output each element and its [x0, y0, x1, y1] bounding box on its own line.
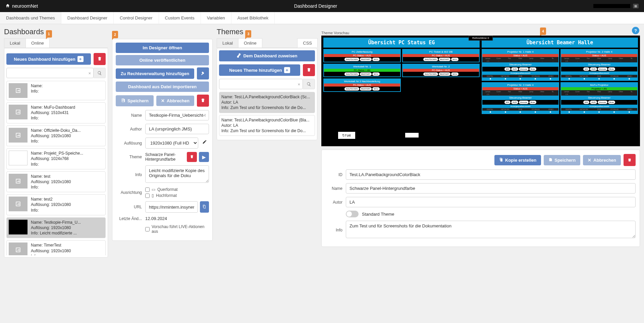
key-button[interactable]: [197, 67, 209, 79]
main-tabs: Dashboards und Themes Dashboard Designer…: [0, 12, 644, 24]
delete-theme-list-button[interactable]: [303, 64, 315, 76]
url-label: URL: [116, 205, 142, 209]
brand-text: neuroomNet: [12, 3, 38, 9]
edit-resolution-button[interactable]: [200, 138, 209, 149]
url-field[interactable]: [145, 201, 198, 213]
cancel-button[interactable]: ✕ Abbrechen: [156, 96, 194, 106]
theme-list[interactable]: Name: Test.LA.PanelbackgroundColorBlack …: [219, 92, 315, 138]
add-to-rights-button[interactable]: Zu Rechteverwaltung hinzufügen: [116, 68, 194, 79]
themes-subtab-online[interactable]: Online: [238, 38, 262, 48]
rect-landscape-icon: ▭: [152, 187, 155, 192]
dashboard-list[interactable]: Name: Info:Name: MuFu-DashboardAuflösung…: [6, 81, 106, 255]
theme-info-label: Info: [326, 228, 342, 232]
dashboards-subtabs: Lokal Online: [4, 38, 108, 48]
list-item[interactable]: Name: Offizielle-Doku_Da...Auflösung: 19…: [6, 125, 106, 147]
page-title: Dashboard Designer: [38, 3, 593, 9]
copy-icon: [499, 158, 503, 163]
theme-info-field[interactable]: [346, 221, 636, 238]
themes-subtab-css[interactable]: CSS: [297, 38, 318, 48]
item-info: Name: TimerTestAuflösung: 1920x1080Info:: [31, 243, 71, 255]
save-button[interactable]: Speichern: [116, 95, 154, 106]
name-label: Name: [116, 113, 142, 118]
assign-to-dashboard-button[interactable]: Dem Dashboard zuweisen: [219, 50, 315, 61]
list-item[interactable]: Name: testAuflösung: 1920x1080Info:: [6, 171, 106, 193]
tab-dashboards-themes[interactable]: Dashboards und Themes: [0, 12, 61, 24]
name-field[interactable]: [145, 110, 209, 120]
open-in-designer-button[interactable]: Im Designer öffnen: [116, 43, 209, 53]
preview-whitebox: [405, 133, 419, 138]
list-item[interactable]: Name: MuFu-DashboardAuflösung: 1510x431I…: [6, 102, 106, 123]
thumbnail: [9, 243, 28, 255]
list-item[interactable]: Name: Test.LA.PanelbackgroundColorBlack …: [219, 92, 315, 113]
autor-field[interactable]: [346, 197, 636, 207]
themes-subtab-lokal[interactable]: Lokal: [217, 38, 238, 48]
user-placeholder: [593, 4, 630, 8]
trash-icon: [307, 67, 311, 73]
theme-search-input[interactable]: [219, 79, 303, 89]
tab-control-designer[interactable]: Control Designer: [114, 12, 159, 24]
close-icon: ✕: [588, 158, 591, 163]
list-item[interactable]: Name: test2Auflösung: 1920x1080Info:: [6, 194, 106, 215]
preview-beamer-panel: Projektor Nr. 3 Halle 4Status = AUSLamps…: [482, 82, 559, 114]
delete-theme-button[interactable]: [187, 152, 197, 162]
preview-pc-panel: Werkstatt Nr.3 NachbestellungPC-Status =…: [323, 78, 401, 92]
live-preview-checkbox[interactable]: [145, 227, 150, 231]
item-info: Name: Projekt_PS-Speiche...Auflösung: 10…: [31, 151, 83, 167]
delete-theme-form-button[interactable]: [624, 154, 636, 166]
delete-dashboard-button[interactable]: [94, 53, 106, 65]
rect-portrait-icon: ▯: [152, 193, 154, 198]
theme-preview: Refreshtime 0 Übersicht PC Status EG PC …: [321, 36, 640, 146]
tab-custom-events[interactable]: Custom Events: [159, 12, 201, 24]
badge-1: 1: [46, 30, 52, 38]
layout-icon[interactable]: ▦: [633, 4, 639, 8]
subtab-online[interactable]: Online: [25, 38, 50, 48]
querformat-checkbox[interactable]: [145, 187, 150, 192]
preview-beamer-panel: MoFu ProjektorProjektor = ANLampsCoverFa…: [560, 82, 638, 114]
autor-label: Autor: [326, 200, 342, 205]
cancel-theme-button[interactable]: ✕ Abbrechen: [583, 155, 621, 165]
themes-subtabs: Lokal Online CSS: [217, 38, 317, 48]
copy-url-button[interactable]: [200, 201, 209, 213]
list-item[interactable]: Name: TimerTestAuflösung: 1920x1080Info:: [6, 240, 106, 255]
preview-pc-panel: Werkstatt Nr. 1PC-Status = ANSHUTDOWNRES…: [323, 64, 401, 77]
list-item[interactable]: Name: Projekt_PS-Speiche...Auflösung: 10…: [6, 148, 106, 169]
author-label: Author: [116, 127, 142, 131]
list-item[interactable]: Name: Test.LA.PanelbackgroundColorBlue (…: [219, 115, 315, 136]
theme-play-button[interactable]: ▶: [199, 152, 209, 162]
add-dashboard-button[interactable]: Neues Dashboard hinzufügen ＋: [6, 53, 91, 65]
author-field[interactable]: [145, 124, 209, 134]
resolution-select[interactable]: 1920x1080 (Full HD/2K): [145, 138, 198, 149]
list-item[interactable]: Name: Info:: [6, 81, 106, 100]
publish-online-button[interactable]: Online veröffentlichen: [116, 55, 209, 65]
thumbnail: [9, 105, 28, 119]
add-theme-button[interactable]: Neues Theme hinzufügen ＋: [219, 64, 300, 76]
topbar-right: ▦: [593, 4, 639, 8]
last-change-value: 12.09.2024: [145, 216, 167, 221]
brand[interactable]: neuroomNet: [5, 3, 38, 9]
theme-name-field[interactable]: [346, 183, 636, 194]
save-theme-button[interactable]: Speichern: [544, 155, 580, 165]
item-info: Name: test2Auflösung: 1920x1080Info:: [31, 197, 71, 213]
copy-icon: [202, 205, 206, 210]
dashboard-search-row: [6, 68, 106, 78]
tab-variablen[interactable]: Variablen: [201, 12, 231, 24]
trash-icon: [190, 155, 194, 160]
item-info: Name: MuFu-DashboardAuflösung: 1510x431I…: [31, 105, 75, 121]
id-field[interactable]: [346, 169, 636, 180]
subtab-lokal[interactable]: Lokal: [4, 38, 26, 48]
tab-asset-bibliothek[interactable]: Asset Bibliothek: [231, 12, 275, 24]
tab-dashboard-designer[interactable]: Dashboard Designer: [61, 12, 114, 24]
list-item[interactable]: Name: Testkopie-Firma_U...Auflösung: 192…: [6, 217, 106, 238]
item-info: Name: Test.LA.PanelbackgroundColorBlack …: [221, 94, 313, 111]
dashboard-search-button[interactable]: [94, 68, 106, 78]
info-field[interactable]: [145, 165, 209, 183]
help-icon[interactable]: ?: [632, 27, 639, 34]
hochformat-checkbox[interactable]: [145, 194, 150, 198]
theme-search-button[interactable]: [303, 79, 315, 89]
import-from-file-button[interactable]: Dashboard aus Datei importieren: [116, 82, 209, 92]
plus-icon: ＋: [284, 67, 290, 73]
standard-theme-toggle[interactable]: [346, 211, 359, 217]
delete-button[interactable]: [197, 95, 209, 107]
dashboard-search-input[interactable]: [6, 68, 94, 78]
copy-theme-button[interactable]: Kopie erstellen: [494, 155, 541, 165]
